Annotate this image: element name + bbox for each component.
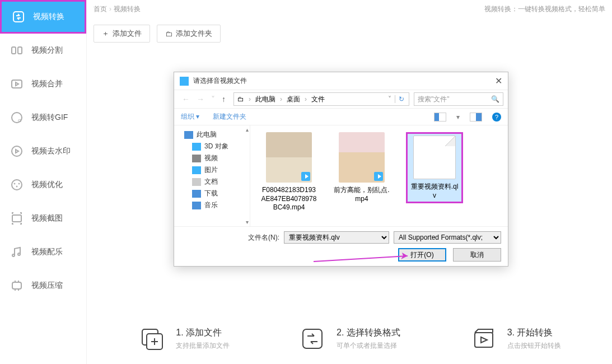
optimize-icon	[10, 178, 24, 192]
help-icon[interactable]: ?	[492, 113, 501, 122]
tree-item-music[interactable]: 音乐	[174, 199, 250, 211]
sidebar-item-split[interactable]: 视频分割	[0, 34, 86, 67]
compress-icon	[10, 279, 24, 292]
video-folder-icon	[192, 155, 201, 162]
file-item-selected[interactable]: 重要视频资料.qlv	[406, 132, 463, 203]
recent-dropdown-icon[interactable]: ˅	[208, 92, 218, 106]
sidebar-label: 视频优化	[31, 180, 63, 190]
tree-item-downloads[interactable]: 下载	[174, 188, 250, 199]
scroll-up-icon[interactable]: ▴	[246, 127, 249, 133]
sidebar-item-compress[interactable]: 视频压缩	[0, 269, 86, 302]
forward-icon[interactable]: →	[193, 92, 208, 106]
watermark-icon	[10, 144, 24, 158]
video-thumbnail	[339, 132, 385, 183]
sidebar-item-screenshot[interactable]: 视频截图	[0, 202, 86, 235]
add-file-button[interactable]: ＋添加文件	[94, 25, 150, 43]
sidebar-item-music[interactable]: 视频配乐	[0, 235, 86, 269]
tree-item-video[interactable]: 视频	[174, 152, 250, 164]
svg-rect-3	[12, 80, 22, 88]
step-1: 1. 添加文件支持批量添加文件	[138, 325, 230, 353]
svg-rect-0	[13, 12, 24, 22]
svg-rect-1	[12, 47, 16, 54]
music-icon	[10, 245, 24, 259]
music-folder-icon	[192, 202, 201, 209]
svg-rect-2	[18, 47, 22, 54]
merge-icon	[10, 77, 24, 91]
scroll-down-icon[interactable]: ▾	[246, 219, 249, 225]
sidebar-label: 视频压缩	[31, 281, 63, 291]
convert-icon	[12, 10, 25, 24]
close-icon[interactable]: ✕	[495, 76, 502, 86]
dialog-nav: ← → ˅ ↑ 🗀› 此电脑› 桌面› 文件 ˅ ↻ 搜索"文件" 🔍	[174, 90, 508, 109]
cancel-button[interactable]: 取消	[453, 248, 501, 262]
add-file-step-icon	[138, 325, 166, 353]
up-icon[interactable]: ↑	[218, 92, 229, 106]
downloads-icon	[192, 190, 201, 198]
sidebar-item-merge[interactable]: 视频合并	[0, 67, 86, 101]
sidebar-item-gif[interactable]: G 视频转GIF	[0, 101, 86, 134]
svg-rect-14	[12, 282, 21, 289]
gif-icon: G	[10, 111, 24, 124]
add-folder-button[interactable]: 🗀添加文件夹	[157, 25, 221, 43]
path-box[interactable]: 🗀› 此电脑› 桌面› 文件 ˅ ↻	[233, 92, 409, 106]
open-button[interactable]: 打开(O)	[398, 248, 446, 262]
dialog-title: 请选择音视频文件	[193, 76, 247, 86]
path-dropdown-icon[interactable]: ˅	[385, 95, 395, 103]
breadcrumb-current: 视频转换	[114, 4, 141, 14]
folder-icon: 🗀	[165, 30, 172, 38]
step-3: 3. 开始转换点击按钮开始转换	[469, 325, 561, 353]
toolbar: ＋添加文件 🗀添加文件夹	[87, 18, 612, 49]
view-mode-icon[interactable]	[434, 113, 446, 122]
file-item[interactable]: F080482183D193AE847EB4078978BC49.mp4	[260, 132, 317, 212]
steps: 1. 添加文件支持批量添加文件 2. 选择转换格式可单个或者批量选择 3. 开始…	[87, 325, 612, 353]
screenshot-icon	[10, 212, 24, 225]
svg-rect-17	[303, 329, 322, 348]
breadcrumb-home[interactable]: 首页	[94, 4, 107, 14]
svg-point-10	[16, 186, 17, 187]
documents-icon	[192, 178, 201, 186]
sidebar-label: 视频合并	[31, 79, 63, 89]
filter-select[interactable]: All Supported Formats(*.qlv;	[394, 231, 501, 244]
filename-input[interactable]: 重要视频资料.qlv	[284, 231, 389, 244]
3d-icon	[192, 143, 201, 151]
sidebar-item-optimize[interactable]: 视频优化	[0, 168, 86, 202]
back-icon[interactable]: ←	[179, 92, 193, 106]
chevron-icon: ›	[109, 5, 111, 13]
sidebar-label: 视频配乐	[31, 247, 63, 257]
folder-tree: ▴ 此电脑 3D 对象 视频 图片 文档 下载 音乐 ▾	[174, 125, 250, 226]
search-input[interactable]: 搜索"文件" 🔍	[414, 92, 503, 106]
video-thumbnail	[266, 132, 312, 183]
sidebar-label: 视频截图	[31, 213, 63, 223]
sidebar-label: 视频去水印	[31, 146, 71, 156]
svg-point-12	[12, 254, 15, 256]
file-open-dialog: 请选择音视频文件 ✕ ← → ˅ ↑ 🗀› 此电脑› 桌面› 文件 ˅ ↻ 搜索…	[174, 72, 508, 267]
start-step-icon	[469, 325, 497, 353]
file-item[interactable]: 前方高能，别乱点.mp4	[333, 132, 390, 203]
refresh-icon[interactable]: ↻	[395, 95, 408, 103]
view-dropdown-icon[interactable]: ▾	[456, 113, 460, 121]
tree-item-documents[interactable]: 文档	[174, 176, 250, 188]
sidebar-label: 视频分割	[31, 45, 63, 55]
split-icon	[10, 44, 24, 57]
organize-menu[interactable]: 组织 ▾	[181, 112, 199, 122]
svg-rect-18	[475, 333, 493, 347]
new-folder-button[interactable]: 新建文件夹	[213, 112, 246, 122]
tree-item-pictures[interactable]: 图片	[174, 164, 250, 176]
tree-item-3d[interactable]: 3D 对象	[174, 141, 250, 152]
sidebar: 视频转换 视频分割 视频合并 G 视频转GIF 视频去水印 视频优化 视频截图	[0, 0, 87, 364]
sidebar-item-convert[interactable]: 视频转换	[0, 0, 86, 34]
pictures-icon	[192, 166, 201, 174]
search-icon[interactable]: 🔍	[491, 95, 499, 103]
svg-text:G: G	[18, 118, 21, 123]
topbar: 首页 › 视频转换 视频转换：一键转换视频格式，轻松简单	[87, 0, 612, 18]
dialog-titlebar: 请选择音视频文件 ✕	[174, 72, 508, 90]
preview-pane-icon[interactable]	[470, 113, 482, 122]
tree-item-thispc[interactable]: 此电脑	[174, 129, 250, 141]
file-grid: F080482183D193AE847EB4078978BC49.mp4 前方高…	[250, 125, 508, 226]
filename-label: 文件名(N):	[248, 233, 279, 242]
sidebar-item-watermark[interactable]: 视频去水印	[0, 134, 86, 168]
folder-icon: 🗀	[235, 95, 246, 103]
step-2: 2. 选择转换格式可单个或者批量选择	[298, 325, 400, 353]
app-icon	[180, 77, 189, 86]
svg-point-8	[14, 183, 15, 184]
